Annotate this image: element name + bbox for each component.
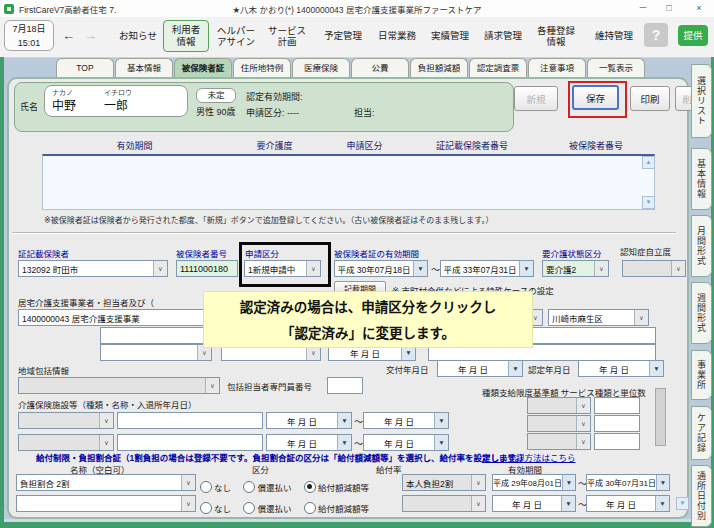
calendar-dropdown-icon[interactable]: ▼ [519,261,533,276]
side-tab-tsuusho-hizuke[interactable]: 通所日付別 [691,465,712,527]
help-button[interactable]: ? [644,23,668,47]
houkatsu-input[interactable] [327,377,363,394]
calendar-dropdown-icon[interactable]: ▼ [337,435,351,450]
provider-sub-select-1[interactable]: ∨ [100,344,212,361]
scroll-up-icon[interactable]: ▲ [642,156,655,169]
dropdown-arrow-icon[interactable]: ∨ [153,261,167,276]
chiiki-select[interactable]: ∨ [18,377,220,394]
dropdown-arrow-icon[interactable]: ∨ [594,261,608,276]
maximize-button[interactable]: □ [660,0,678,17]
history-table-body[interactable] [42,154,655,210]
benefit-from-date-2[interactable]: 年 月 日 ▼ [492,495,576,512]
dropdown-arrow-icon[interactable]: ∨ [634,310,648,325]
ward-select[interactable]: 川崎市麻生区 ∨ [548,309,649,326]
tab-nintei-chousa[interactable]: 認定調査票 [469,58,527,77]
nav-item-helper-assign[interactable]: ヘルパー アサイン [211,26,261,48]
dropdown-arrow-icon[interactable]: ∨ [671,261,685,276]
facility-out-date-1[interactable]: 年 月 日▼ [363,412,449,429]
facility-type-select-2[interactable]: ∨ [18,434,114,451]
facility-out-date-2[interactable]: 年 月 日▼ [363,434,449,451]
dropdown-arrow-icon[interactable]: ∨ [99,435,113,450]
service-unit-input-3[interactable] [594,433,640,450]
side-tab-jigyousho[interactable]: 事業所 [691,350,712,400]
dementia-select[interactable]: ∨ [622,260,686,277]
tab-chuui-jikou[interactable]: 注意事項 [528,58,586,77]
dropdown-arrow-icon[interactable]: ∨ [205,378,219,393]
side-tab-care-kiroku[interactable]: ケア記録 [691,406,712,460]
forward-icon[interactable]: → [84,28,97,43]
minimize-button[interactable]: － [634,0,652,17]
print-button[interactable]: 印刷 [630,86,670,111]
service-unit-input-1[interactable] [594,397,640,414]
benefit-rate-select-1[interactable]: 本人負担2割 ∨ [402,474,486,491]
benefit-from-date-1[interactable]: 平成 29年08月01日 ▼ [492,474,576,491]
service-unit-input-2[interactable] [594,415,640,432]
dropdown-arrow-icon[interactable]: ∨ [576,398,590,413]
form-scroll-down-icon[interactable]: ▼ [676,497,689,510]
nav-item-oshirase[interactable]: お知らせ [113,31,163,42]
tab-kouhi[interactable]: 公費 [351,58,409,77]
calendar-dropdown-icon[interactable]: ▼ [656,475,669,490]
calendar-dropdown-icon[interactable]: ▼ [561,496,575,511]
tab-top[interactable]: TOP [56,58,114,77]
facility-name-input-1[interactable] [117,412,263,429]
calendar-dropdown-icon[interactable]: ▼ [508,361,522,376]
save-button[interactable]: 保存 [572,85,619,110]
service-type-select-2[interactable]: ∨ [527,415,591,432]
calendar-dropdown-icon[interactable]: ▼ [413,261,427,276]
tab-kihon-johou[interactable]: 基本情報 [115,58,173,77]
side-tab-shuukan-keishiki[interactable]: 週間形式 [691,282,712,344]
koufu-date[interactable]: 年 月 日 ▼ [437,360,523,377]
provider-select[interactable]: 1400000043 居宅介護支援事業 [18,309,208,326]
nav-item-riyousha-johou[interactable]: 利用者 情報 [163,20,209,52]
dropdown-arrow-icon[interactable]: ∨ [181,475,195,490]
calendar-dropdown-icon[interactable]: ▼ [562,475,575,490]
facility-type-select-1[interactable]: ∨ [18,412,114,429]
scroll-down-icon[interactable]: ▼ [642,196,655,209]
provide-button[interactable]: 提供 [678,25,708,46]
nav-item-jisseki-kanri[interactable]: 実績管理 [426,31,474,42]
dropdown-arrow-icon[interactable]: ∨ [471,496,485,511]
benefit-name-select-2[interactable]: ∨ [16,495,196,512]
dropdown-arrow-icon[interactable]: ∨ [181,496,195,511]
side-tab-kihon-johou[interactable]: 基本情報 [691,148,712,210]
benefit-to-date-2[interactable]: 年 月 日 ▼ [586,495,670,512]
radio-shoukan[interactable] [243,502,255,514]
benefit-help-link[interactable]: 詳しい登録方法はこちら [482,451,576,463]
tab-juushochi-tokurei[interactable]: 住所地特例 [233,58,291,77]
service-type-select-1[interactable]: ∨ [527,397,591,414]
nav-item-nichijou-gyoumu[interactable]: 日常業務 [373,31,421,42]
dropdown-arrow-icon[interactable]: ∨ [471,475,485,490]
calendar-dropdown-icon[interactable]: ▼ [434,435,448,450]
nav-item-iji-kanri[interactable]: 維持管理 [590,31,638,42]
care-level-select[interactable]: 要介護2 ∨ [542,260,609,277]
nintei-date[interactable]: 年 月 日 ▼ [578,360,664,377]
dropdown-arrow-icon[interactable]: ∨ [576,416,590,431]
insured-no-input[interactable]: 1111000180 [176,260,238,277]
service-type-select-3[interactable]: ∨ [527,433,591,450]
calendar-dropdown-icon[interactable]: ▼ [649,361,663,376]
calendar-dropdown-icon[interactable]: ▼ [434,413,448,428]
close-button[interactable]: × [690,0,708,17]
side-tab-gekkan-keishiki[interactable]: 月間形式 [691,215,712,277]
benefit-to-date-1[interactable]: 平成 30年07月31日 ▼ [586,474,670,491]
tab-hihokenshashou[interactable]: 被保険者証 [174,58,232,77]
side-tab-sentaku-list[interactable]: 選択リスト [691,64,712,138]
radio-nashi[interactable] [200,481,212,493]
radio-shoukan[interactable] [243,481,255,493]
calendar-dropdown-icon[interactable]: ▼ [655,496,669,511]
validity-to-date[interactable]: 平成 33年07月31日 ▼ [440,260,534,277]
dropdown-arrow-icon[interactable]: ∨ [576,434,590,449]
nav-item-service-keikaku[interactable]: サービス 計画 [262,26,312,48]
tab-iryou-hoken[interactable]: 医療保険 [292,58,350,77]
apply-division-select[interactable]: 1新規申請中 ∨ [244,260,321,277]
nav-item-kakushu-touroku[interactable]: 各種登録 情報 [530,26,582,48]
new-button[interactable]: 新規 [514,86,558,111]
tab-ichiran-hyouji[interactable]: 一覧表示 [587,58,645,77]
tab-futangaku-gengaku[interactable]: 負担額減額 [410,58,468,77]
benefit-rate-select-2[interactable]: ∨ [402,495,486,512]
facility-in-date-2[interactable]: 年 月 日▼ [266,434,352,451]
calendar-dropdown-icon[interactable]: ▼ [337,413,351,428]
facility-in-date-1[interactable]: 年 月 日▼ [266,412,352,429]
back-icon[interactable]: ← [62,28,75,43]
